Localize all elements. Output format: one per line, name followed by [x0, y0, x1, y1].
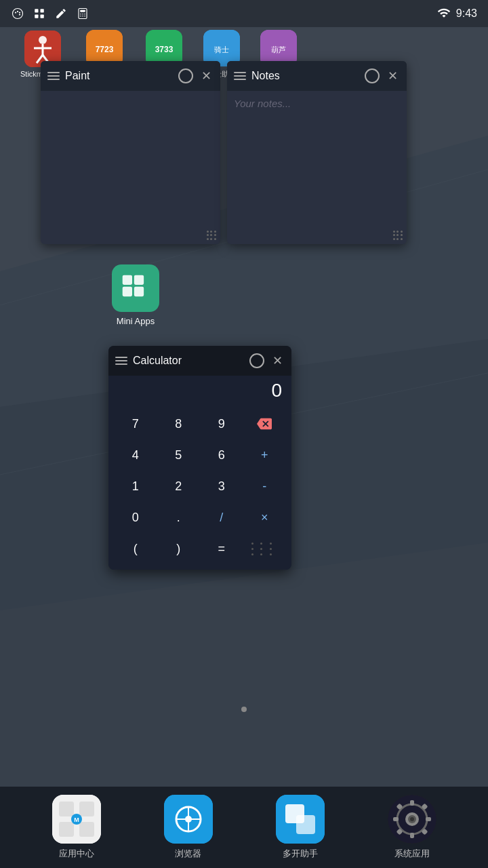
- calc-btn-6[interactable]: 6: [200, 439, 243, 471]
- mini-apps-icon[interactable]: [112, 264, 159, 312]
- grid-icon: [33, 7, 46, 20]
- paint-canvas[interactable]: [41, 91, 220, 240]
- paint-window-header: Paint ✕: [41, 61, 220, 91]
- calc-btn-dot[interactable]: .: [157, 502, 201, 533]
- calc-btn-8[interactable]: 8: [157, 408, 201, 439]
- calc-header: Calculator ✕: [108, 346, 291, 376]
- dock-system-apps[interactable]: 系统应用: [388, 795, 436, 860]
- svg-rect-10: [35, 9, 38, 12]
- svg-point-18: [84, 14, 85, 15]
- svg-rect-15: [80, 10, 85, 12]
- svg-point-17: [82, 14, 83, 15]
- paint-window-controls: ✕: [178, 68, 214, 83]
- paint-resize-handle[interactable]: [207, 231, 216, 240]
- svg-text:M: M: [74, 816, 79, 823]
- svg-rect-13: [41, 15, 44, 18]
- calc-btn-2[interactable]: 2: [157, 471, 201, 502]
- svg-text:7723: 7723: [96, 45, 114, 54]
- calc-buttons: 7 8 9 4 5 6 + 1 2 3 - 0 . / × ( ) =: [108, 406, 291, 570]
- dock-browser[interactable]: 浏览器: [164, 795, 213, 860]
- notes-menu-icon[interactable]: [234, 72, 246, 80]
- pencil-icon: [54, 7, 68, 20]
- paint-circle-btn[interactable]: [178, 68, 193, 83]
- svg-rect-37: [134, 275, 144, 285]
- mini-apps-label: Mini Apps: [117, 316, 155, 326]
- calc-menu-icon[interactable]: [115, 357, 127, 365]
- mini-windows-row: Paint ✕ Notes ✕ Your note: [41, 61, 488, 244]
- calc-close-btn[interactable]: ✕: [270, 353, 285, 368]
- calc-btn-open-paren[interactable]: (: [114, 533, 157, 564]
- calculator-icon: [76, 7, 89, 20]
- svg-rect-12: [35, 15, 38, 18]
- notes-placeholder: Your notes...: [234, 98, 291, 109]
- calc-btn-9[interactable]: 9: [200, 408, 243, 439]
- svg-point-6: [15, 12, 16, 13]
- svg-point-23: [39, 36, 47, 44]
- calc-btn-equals[interactable]: =: [200, 533, 243, 564]
- status-bar-icons: [11, 7, 89, 20]
- svg-text:3733: 3733: [155, 45, 173, 54]
- svg-point-21: [84, 16, 85, 17]
- dock-multiopen[interactable]: 多开助手: [276, 795, 325, 860]
- svg-rect-41: [59, 802, 74, 816]
- svg-rect-60: [393, 817, 399, 821]
- dock-system-apps-label: 系统应用: [394, 848, 430, 860]
- notes-close-btn[interactable]: ✕: [385, 68, 400, 83]
- svg-point-8: [19, 12, 20, 13]
- calc-btn-minus[interactable]: -: [243, 471, 287, 502]
- svg-rect-36: [123, 275, 132, 285]
- calc-btn-5[interactable]: 5: [157, 439, 201, 471]
- palette-icon: [11, 7, 24, 20]
- svg-point-20: [82, 16, 83, 17]
- clock: 9:43: [456, 7, 477, 20]
- svg-rect-11: [41, 9, 44, 12]
- svg-text:骑士: 骑士: [214, 45, 229, 54]
- calc-circle-btn[interactable]: [249, 353, 264, 368]
- calc-btn-4[interactable]: 4: [114, 439, 157, 471]
- paint-window[interactable]: Paint ✕: [41, 61, 220, 244]
- svg-point-19: [80, 16, 81, 17]
- svg-rect-44: [79, 822, 94, 837]
- dock-system-apps-icon: [388, 795, 436, 844]
- svg-rect-43: [59, 822, 74, 837]
- calc-btn-divide[interactable]: /: [200, 502, 243, 533]
- dock-app-center-label: 应用中心: [59, 848, 94, 860]
- svg-rect-58: [410, 800, 414, 806]
- calc-btn-multiply[interactable]: ×: [243, 502, 287, 533]
- svg-point-67: [410, 817, 414, 821]
- paint-menu-icon[interactable]: [47, 72, 60, 80]
- svg-rect-38: [123, 287, 132, 296]
- notes-window-controls: ✕: [365, 68, 400, 83]
- notes-window[interactable]: Notes ✕ Your notes...: [227, 61, 407, 244]
- notes-window-header: Notes ✕: [227, 61, 407, 91]
- svg-text:葫芦: 葫芦: [271, 45, 286, 54]
- notes-circle-btn[interactable]: [365, 68, 380, 83]
- dock: M 应用中心 浏览器 多开助手: [0, 787, 488, 868]
- calc-display-value: 0: [271, 380, 282, 401]
- dock-browser-label: 浏览器: [175, 848, 201, 860]
- notes-body[interactable]: Your notes...: [227, 91, 407, 116]
- calc-btn-close-paren[interactable]: ): [157, 533, 201, 564]
- svg-rect-59: [410, 833, 414, 838]
- calc-btn-7[interactable]: 7: [114, 408, 157, 439]
- mini-apps-container[interactable]: Mini Apps: [112, 264, 159, 326]
- page-indicator: [241, 707, 247, 712]
- paint-close-btn[interactable]: ✕: [199, 68, 214, 83]
- dock-browser-icon: [164, 795, 213, 844]
- calc-btn-3[interactable]: 3: [200, 471, 243, 502]
- svg-rect-42: [79, 802, 94, 816]
- calc-btn-backspace[interactable]: [243, 408, 287, 439]
- calc-btn-0[interactable]: 0: [114, 502, 157, 533]
- calc-resize-corner[interactable]: [243, 533, 287, 564]
- calculator-window[interactable]: Calculator ✕ 0 7 8 9 4 5 6 + 1 2 3 - 0 .…: [108, 346, 291, 570]
- calc-controls: ✕: [249, 353, 285, 368]
- svg-rect-39: [134, 287, 144, 296]
- notes-resize-handle[interactable]: [393, 231, 403, 240]
- page-dot-active: [241, 707, 247, 712]
- dock-app-center[interactable]: M 应用中心: [52, 795, 101, 860]
- calc-btn-plus[interactable]: +: [243, 439, 287, 471]
- calc-title: Calculator: [133, 355, 244, 367]
- svg-point-5: [13, 9, 23, 19]
- svg-point-9: [19, 14, 20, 15]
- calc-btn-1[interactable]: 1: [114, 471, 157, 502]
